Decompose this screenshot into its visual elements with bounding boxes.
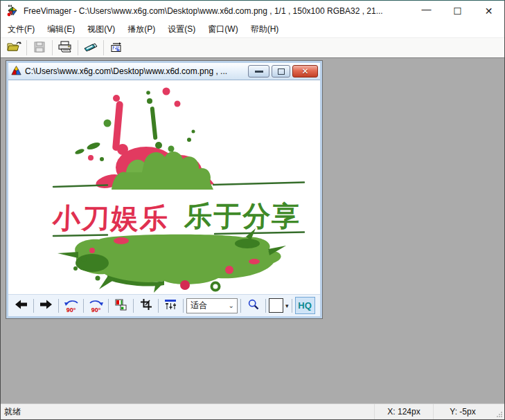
rotate-left-button[interactable]: 90°	[62, 298, 80, 314]
batch-edit-button[interactable]	[106, 39, 127, 57]
child-restore-button[interactable]	[272, 65, 290, 77]
child-minimize-button[interactable]	[248, 65, 269, 77]
toolbar-separator	[33, 299, 34, 313]
toolbar-separator	[133, 299, 134, 313]
chevron-down-icon: ⌄	[229, 302, 234, 309]
toolbar-separator	[26, 40, 27, 55]
status-ready-text: 就绪	[1, 404, 374, 419]
toolbar-separator	[240, 299, 241, 313]
splatter-logo-image: 小刀娱乐 乐于分享	[8, 80, 320, 294]
menu-view[interactable]: 视图(V)	[81, 21, 121, 37]
print-button[interactable]	[55, 39, 76, 57]
right-arrow-icon	[40, 300, 52, 311]
toolbar-separator	[52, 40, 53, 55]
zoom-mode-value: 适合	[191, 300, 207, 311]
toolbar-separator	[292, 299, 292, 313]
app-icon	[6, 5, 19, 17]
crop-icon	[141, 299, 152, 312]
batch-edit-icon	[110, 42, 123, 55]
child-title-bar: C:\Users\www.x6g.com\Desktop\www.x6d.com…	[8, 63, 320, 80]
menu-help[interactable]: 帮助(H)	[245, 21, 285, 37]
rotate-right-button[interactable]: 90°	[87, 298, 105, 314]
toolbar-separator	[83, 299, 84, 313]
menu-file[interactable]: 文件(F)	[1, 21, 41, 37]
toolbar-separator	[103, 40, 104, 55]
background-swatch-icon	[269, 298, 283, 313]
menu-bar: 文件(F) 编辑(E) 视图(V) 播放(P) 设置(S) 窗口(W) 帮助(H…	[1, 21, 504, 37]
levels-adjust-icon	[164, 299, 177, 312]
image-document-window: C:\Users\www.x6g.com\Desktop\www.x6d.com…	[6, 61, 322, 318]
image-canvas[interactable]: 小刀娱乐 乐于分享	[8, 80, 320, 294]
toolbar-separator	[108, 299, 109, 313]
open-file-button[interactable]	[3, 39, 24, 57]
resize-grip[interactable]	[492, 404, 504, 419]
app-window: FreeVimager - C:\Users\www.x6g.com\Deskt…	[0, 0, 505, 420]
save-button[interactable]	[29, 39, 50, 57]
menu-edit[interactable]: 编辑(E)	[41, 21, 81, 37]
menu-settings[interactable]: 设置(S)	[161, 21, 202, 37]
open-folder-icon	[7, 41, 21, 55]
background-color-button[interactable]: ▾	[269, 298, 289, 314]
hq-toggle-button[interactable]: HQ	[295, 297, 315, 314]
magnifier-icon	[248, 299, 259, 312]
document-icon	[11, 66, 21, 77]
next-image-button[interactable]	[37, 298, 55, 314]
scan-button[interactable]	[80, 39, 101, 57]
toolbar-separator	[265, 299, 266, 313]
minimize-button[interactable]: —	[411, 1, 442, 21]
toolbar-separator	[183, 299, 184, 313]
crop-button[interactable]	[136, 298, 155, 314]
window-title: FreeVimager - C:\Users\www.x6g.com\Deskt…	[24, 6, 411, 16]
maximize-button[interactable]: ☐	[442, 1, 473, 21]
toolbar-separator	[58, 299, 59, 313]
cursor-x-readout: X: 124px	[374, 404, 433, 419]
title-bar: FreeVimager - C:\Users\www.x6g.com\Deskt…	[1, 1, 504, 21]
cursor-y-readout: Y: -5px	[433, 404, 492, 419]
bottom-splash	[57, 228, 286, 293]
rotate-ccw-icon	[63, 298, 80, 307]
logo-text-right: 乐于分享	[183, 201, 301, 231]
color-adjust-icon	[115, 299, 127, 313]
menu-window[interactable]: 窗口(W)	[202, 21, 244, 37]
restore-glyph	[278, 69, 285, 75]
rotate-cw-icon	[88, 298, 105, 307]
close-button[interactable]: ✕	[473, 1, 504, 21]
image-toolbar: 90° 90°	[8, 294, 320, 316]
color-adjust-button[interactable]	[112, 298, 130, 314]
toolbar-separator	[78, 40, 78, 55]
child-close-button[interactable]: ✕	[292, 65, 318, 77]
zoom-mode-combobox[interactable]: 适合 ⌄	[186, 298, 238, 313]
toolbar-separator	[158, 299, 159, 313]
scanner-icon	[84, 42, 98, 55]
child-window-title: C:\Users\www.x6g.com\Desktop\www.x6d.com…	[25, 66, 246, 76]
dropdown-arrow-icon: ▾	[285, 302, 289, 309]
logo-text-left: 小刀娱乐	[51, 203, 170, 233]
left-arrow-icon	[15, 300, 27, 311]
mdi-client-area: C:\Users\www.x6g.com\Desktop\www.x6d.com…	[1, 57, 504, 403]
slogan-text: 小刀娱乐 乐于分享	[51, 201, 301, 233]
menu-play[interactable]: 播放(P)	[121, 21, 161, 37]
printer-icon	[58, 41, 72, 55]
status-bar: 就绪 X: 124px Y: -5px	[1, 403, 504, 419]
previous-image-button[interactable]	[12, 298, 30, 314]
levels-button[interactable]	[161, 298, 180, 314]
minimize-glyph	[255, 71, 263, 73]
magnifier-button[interactable]	[244, 298, 263, 314]
main-toolbar	[1, 37, 504, 57]
save-floppy-icon	[34, 42, 45, 55]
